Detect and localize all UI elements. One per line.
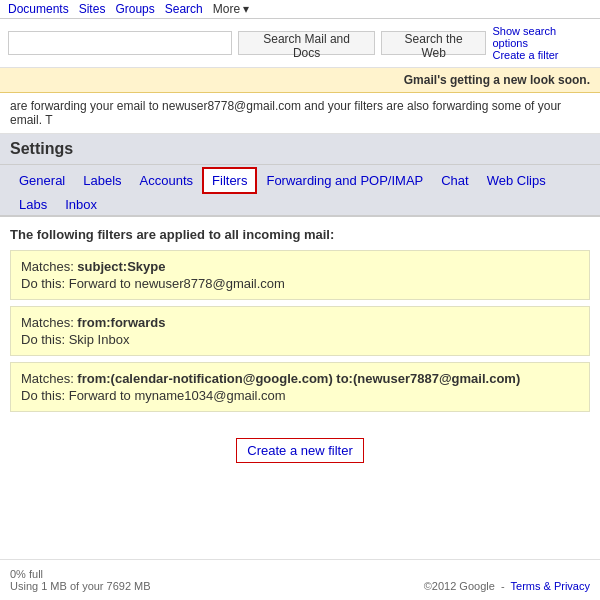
create-new-filter-link[interactable]: Create a new filter <box>236 438 364 463</box>
tab-labels[interactable]: Labels <box>74 168 130 193</box>
filter-2-action: Do this: Skip Inbox <box>21 332 579 347</box>
settings-header: Settings <box>0 134 600 165</box>
filter-3-matches: Matches: from:(calendar-notification@goo… <box>21 371 579 386</box>
forwarding-text: are forwarding your email to newuser8778… <box>10 99 561 127</box>
tab-general[interactable]: General <box>10 168 74 193</box>
filters-title: The following filters are applied to all… <box>10 227 590 242</box>
search-area: Search Mail and Docs Search the Web Show… <box>0 19 600 68</box>
filter-2-matches: Matches: from:forwards <box>21 315 579 330</box>
filters-content: The following filters are applied to all… <box>0 217 600 428</box>
nav-groups[interactable]: Groups <box>115 2 154 16</box>
terms-privacy-link[interactable]: Terms & Privacy <box>511 580 590 592</box>
footer-left: 0% full Using 1 MB of your 7692 MB <box>10 568 151 592</box>
storage-detail: Using 1 MB of your 7692 MB <box>10 580 151 592</box>
filter-item-3: Matches: from:(calendar-notification@goo… <box>10 362 590 412</box>
create-filter-area: Create a new filter <box>0 428 600 473</box>
filter-1-criteria: subject:Skype <box>77 259 165 274</box>
show-search-options-link[interactable]: Show search options <box>492 25 592 49</box>
filter-1-matches: Matches: subject:Skype <box>21 259 579 274</box>
tab-filters[interactable]: Filters <box>202 167 257 194</box>
top-nav: Documents Sites Groups Search More ▾ <box>0 0 600 19</box>
filter-3-action-text: Forward to myname1034@gmail.com <box>69 388 286 403</box>
filter-item-1: Matches: subject:Skype Do this: Forward … <box>10 250 590 300</box>
forwarding-notice: are forwarding your email to newuser8778… <box>0 93 600 134</box>
filter-item-2: Matches: from:forwards Do this: Skip Inb… <box>10 306 590 356</box>
new-look-banner: Gmail's getting a new look soon. <box>0 68 600 93</box>
filter-1-action-text: Forward to newuser8778@gmail.com <box>69 276 285 291</box>
tab-labs[interactable]: Labs <box>10 192 56 217</box>
search-mail-docs-button[interactable]: Search Mail and Docs <box>238 31 374 55</box>
nav-documents[interactable]: Documents <box>8 2 69 16</box>
search-options-links: Show search options Create a filter <box>492 25 592 61</box>
footer-right: ©2012 Google - Terms & Privacy <box>424 580 590 592</box>
settings-title: Settings <box>10 140 73 157</box>
storage-percent: 0% full <box>10 568 151 580</box>
tab-accounts[interactable]: Accounts <box>131 168 202 193</box>
search-input[interactable] <box>8 31 232 55</box>
search-web-button[interactable]: Search the Web <box>381 31 487 55</box>
settings-tabs: General Labels Accounts Filters Forwardi… <box>0 165 600 217</box>
tab-chat[interactable]: Chat <box>432 168 477 193</box>
new-look-text: Gmail's getting a new look soon. <box>404 73 590 87</box>
filter-1-action: Do this: Forward to newuser8778@gmail.co… <box>21 276 579 291</box>
nav-more[interactable]: More ▾ <box>213 2 250 16</box>
footer: 0% full Using 1 MB of your 7692 MB ©2012… <box>0 559 600 600</box>
nav-search[interactable]: Search <box>165 2 203 16</box>
copyright-text: ©2012 Google <box>424 580 495 592</box>
tab-forwarding[interactable]: Forwarding and POP/IMAP <box>257 168 432 193</box>
filter-3-action: Do this: Forward to myname1034@gmail.com <box>21 388 579 403</box>
filter-2-action-text: Skip Inbox <box>69 332 130 347</box>
tab-webclips[interactable]: Web Clips <box>478 168 555 193</box>
create-filter-top-link[interactable]: Create a filter <box>492 49 558 61</box>
filter-2-criteria: from:forwards <box>77 315 165 330</box>
tab-inbox[interactable]: Inbox <box>56 192 106 217</box>
nav-sites[interactable]: Sites <box>79 2 106 16</box>
filter-3-criteria: from:(calendar-notification@google.com) … <box>77 371 520 386</box>
